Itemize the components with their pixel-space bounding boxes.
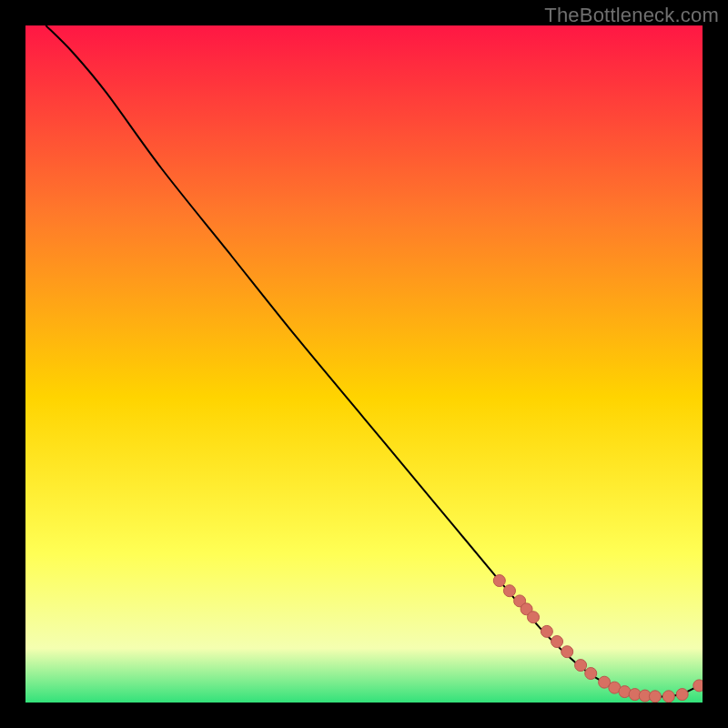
- data-marker: [551, 636, 563, 648]
- gradient-background: [25, 25, 703, 703]
- data-marker: [493, 575, 505, 587]
- data-marker: [662, 691, 674, 703]
- data-marker: [693, 680, 703, 692]
- data-marker: [561, 646, 573, 658]
- watermark-text: TheBottleneck.com: [544, 4, 719, 27]
- data-marker: [528, 612, 540, 623]
- data-marker: [649, 691, 661, 703]
- data-marker: [676, 689, 688, 701]
- data-marker: [585, 668, 597, 680]
- plot-area: [25, 25, 703, 703]
- chart-svg: [25, 25, 703, 703]
- data-marker: [541, 625, 552, 637]
- data-marker: [575, 660, 587, 672]
- data-marker: [503, 585, 515, 597]
- chart-frame: TheBottleneck.com: [0, 0, 728, 728]
